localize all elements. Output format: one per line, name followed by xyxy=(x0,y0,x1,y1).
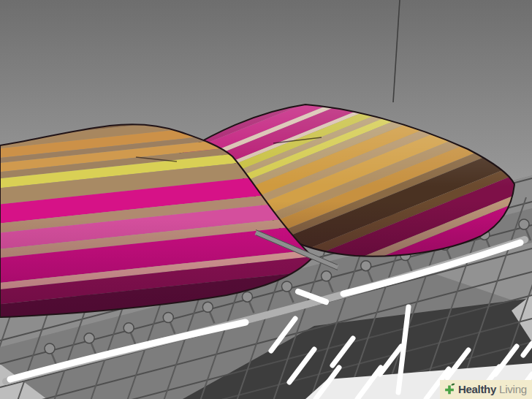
illustration-canvas: Healthy Living xyxy=(0,0,532,399)
wire-cap xyxy=(84,333,94,343)
wire-cap xyxy=(123,323,134,333)
wire-cap xyxy=(519,219,529,229)
watermark-healthy-living: Healthy Living xyxy=(440,380,532,399)
wire-cap xyxy=(163,313,173,323)
wire-cap xyxy=(282,281,292,292)
wire-cap xyxy=(242,292,252,302)
plus-leaf-icon xyxy=(443,383,456,396)
wire-cap xyxy=(202,302,213,312)
watermark-brand-bold: Healthy xyxy=(458,380,496,399)
wire-cap xyxy=(45,343,55,354)
scene xyxy=(0,0,532,399)
watermark-brand-light: Living xyxy=(499,380,527,399)
wire-cap xyxy=(361,261,371,271)
wire-cap xyxy=(322,271,332,281)
